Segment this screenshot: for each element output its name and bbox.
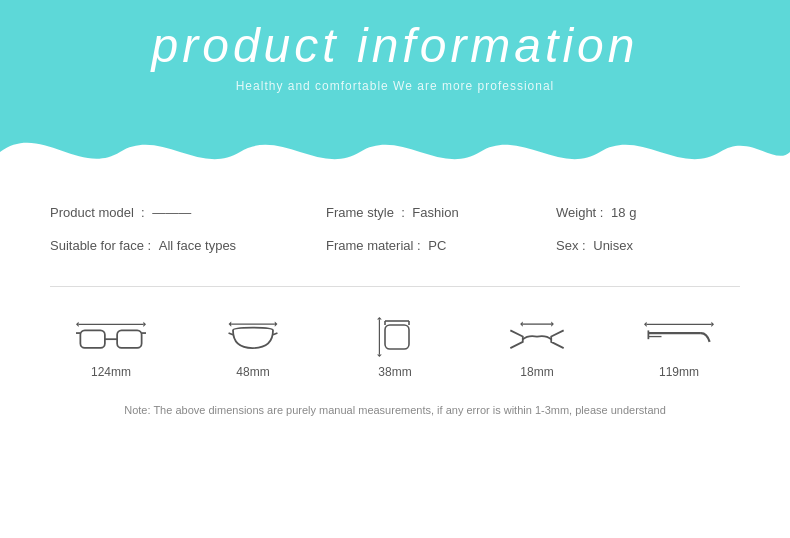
sex-value: Unisex bbox=[593, 238, 633, 253]
svg-marker-25 bbox=[711, 322, 714, 327]
full-width-icon bbox=[76, 317, 146, 357]
lens-width-icon bbox=[218, 317, 288, 357]
svg-marker-2 bbox=[143, 322, 146, 327]
lens-height-label: 38mm bbox=[378, 365, 411, 379]
weight-label: Weight bbox=[556, 205, 596, 220]
svg-marker-22 bbox=[551, 321, 554, 326]
face-value: All face types bbox=[159, 238, 236, 253]
product-info-section: Product model : ——— Frame style : Fashio… bbox=[0, 175, 790, 286]
sex-label: Sex bbox=[556, 238, 578, 253]
svg-rect-4 bbox=[117, 330, 142, 348]
info-row-1: Product model : ——— Frame style : Fashio… bbox=[50, 205, 740, 220]
measure-lens-height: 38mm bbox=[360, 317, 430, 379]
measure-full-width: 124mm bbox=[76, 317, 146, 379]
lens-height-icon bbox=[360, 317, 430, 357]
material-sep: : bbox=[413, 238, 424, 253]
weight-sep: : bbox=[596, 205, 607, 220]
measure-temple: 119mm bbox=[644, 317, 714, 379]
header-section: product information Healthy and comforta… bbox=[0, 0, 790, 175]
measure-bridge: 18mm bbox=[502, 317, 572, 379]
svg-marker-10 bbox=[275, 321, 278, 326]
svg-rect-3 bbox=[80, 330, 105, 348]
frame-style-sep: : bbox=[394, 205, 408, 220]
measure-lens-width: 48mm bbox=[218, 317, 288, 379]
model-value: ——— bbox=[152, 205, 191, 220]
measurement-note: Note: The above dimensions are purely ma… bbox=[0, 394, 790, 426]
frame-style-label: Frame style bbox=[326, 205, 394, 220]
weight-value: 18 g bbox=[611, 205, 636, 220]
info-group-sex: Sex : Unisex bbox=[556, 238, 740, 253]
svg-marker-15 bbox=[377, 355, 382, 357]
svg-marker-24 bbox=[644, 322, 647, 327]
face-label: Suitable for face bbox=[50, 238, 144, 253]
info-row-2: Suitable for face : All face types Frame… bbox=[50, 238, 740, 253]
info-group-material: Frame material : PC bbox=[326, 238, 556, 253]
info-group-frame-style: Frame style : Fashion bbox=[326, 205, 556, 220]
section-divider bbox=[50, 286, 740, 287]
svg-marker-1 bbox=[76, 322, 79, 327]
svg-rect-16 bbox=[385, 325, 409, 349]
svg-marker-21 bbox=[520, 321, 523, 326]
temple-label: 119mm bbox=[659, 365, 699, 379]
model-label: Product model bbox=[50, 205, 134, 220]
bridge-icon bbox=[502, 317, 572, 357]
svg-marker-9 bbox=[229, 321, 232, 326]
frame-style-value: Fashion bbox=[412, 205, 458, 220]
material-value: PC bbox=[428, 238, 446, 253]
temple-icon bbox=[644, 317, 714, 357]
face-sep: : bbox=[144, 238, 155, 253]
model-sep: : bbox=[134, 205, 148, 220]
full-width-label: 124mm bbox=[91, 365, 131, 379]
page-title: product information bbox=[152, 18, 639, 73]
wave-decoration bbox=[0, 122, 790, 177]
sex-sep: : bbox=[578, 238, 589, 253]
info-group-model: Product model : ——— bbox=[50, 205, 326, 220]
lens-width-label: 48mm bbox=[236, 365, 269, 379]
material-label: Frame material bbox=[326, 238, 413, 253]
header-subtitle: Healthy and comfortable We are more prof… bbox=[236, 79, 555, 93]
measurements-section: 124mm 48mm bbox=[0, 307, 790, 389]
info-group-weight: Weight : 18 g bbox=[556, 205, 740, 220]
bridge-label: 18mm bbox=[520, 365, 553, 379]
svg-marker-14 bbox=[377, 317, 382, 319]
info-group-face: Suitable for face : All face types bbox=[50, 238, 326, 253]
